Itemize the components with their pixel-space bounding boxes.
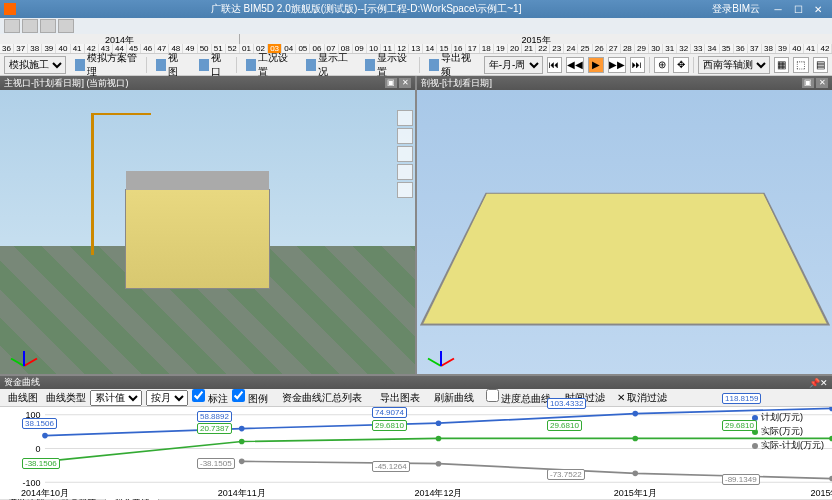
axis-gizmo[interactable] bbox=[8, 336, 38, 366]
data-label: 58.8892 bbox=[197, 411, 232, 422]
timeline-week-23[interactable]: 23 bbox=[550, 44, 564, 53]
svg-text:2014年11月: 2014年11月 bbox=[218, 488, 266, 498]
timeline-week-20[interactable]: 20 bbox=[508, 44, 522, 53]
vp-close-button[interactable]: ✕ bbox=[399, 78, 411, 88]
timeline-week-32[interactable]: 32 bbox=[677, 44, 691, 53]
menu-icon-2[interactable] bbox=[22, 19, 38, 33]
crane-model bbox=[91, 113, 94, 255]
data-label: 20.7387 bbox=[197, 423, 232, 434]
time-unit-select[interactable]: 年-月-周 bbox=[484, 56, 543, 74]
data-label: 118.8159 bbox=[722, 393, 761, 404]
svg-text:2015年1月: 2015年1月 bbox=[614, 488, 657, 498]
view-tool-3[interactable]: ▤ bbox=[813, 57, 828, 73]
timeline-week-31[interactable]: 31 bbox=[663, 44, 677, 53]
axis-gizmo-2[interactable] bbox=[425, 336, 455, 366]
timeline-week-38[interactable]: 38 bbox=[28, 44, 42, 53]
main-3d-canvas[interactable] bbox=[0, 90, 415, 374]
view-tool-2[interactable]: ⬚ bbox=[793, 57, 808, 73]
nav-tool-2[interactable]: ✥ bbox=[673, 57, 688, 73]
menu-icon-4[interactable] bbox=[58, 19, 74, 33]
view-tool-1[interactable]: ▦ bbox=[774, 57, 789, 73]
section-viewport-header: 剖视-[计划看日期] ▣ ✕ bbox=[417, 76, 832, 90]
fund-curve-chart[interactable]: 1000-1002014年10月2014年11月2014年12月2015年1月2… bbox=[0, 407, 832, 499]
legend-checkbox[interactable]: 图例 bbox=[232, 389, 268, 406]
axis-select[interactable]: 西南等轴测 bbox=[698, 56, 770, 74]
timeline-week-27[interactable]: 27 bbox=[607, 44, 621, 53]
maximize-button[interactable]: ☐ bbox=[788, 2, 808, 16]
data-label: 38.1506 bbox=[22, 418, 57, 429]
timeline-week-37[interactable]: 37 bbox=[14, 44, 28, 53]
timeline-week-25[interactable]: 25 bbox=[578, 44, 592, 53]
minimize-button[interactable]: ─ bbox=[768, 2, 788, 16]
prev-button[interactable]: ◀◀ bbox=[566, 57, 584, 73]
vp-tool-1[interactable] bbox=[397, 110, 413, 126]
export-icon bbox=[429, 59, 439, 71]
timeline-week-42[interactable]: 42 bbox=[818, 44, 832, 53]
chart-close-button[interactable]: ✕ bbox=[820, 378, 828, 388]
data-label: -73.7522 bbox=[547, 469, 585, 480]
annotate-checkbox[interactable]: 标注 bbox=[192, 389, 228, 406]
chart-type-btn[interactable]: 曲线图 bbox=[4, 390, 42, 406]
timeline-year-2015: 2015年 bbox=[240, 34, 832, 44]
chart-pin-button[interactable]: 📌 bbox=[809, 378, 820, 388]
chart-panel: 资金曲线 📌 ✕ 曲线图 曲线类型 累计值 按月 标注 图例 资金曲线汇总列表 … bbox=[0, 374, 832, 494]
next-button[interactable]: ▶▶ bbox=[608, 57, 626, 73]
timeline-week-18[interactable]: 18 bbox=[480, 44, 494, 53]
timeline-week-36[interactable]: 36 bbox=[734, 44, 748, 53]
data-label: -89.1349 bbox=[722, 474, 760, 485]
close-button[interactable]: ✕ bbox=[808, 2, 828, 16]
section-3d-canvas[interactable] bbox=[417, 90, 832, 374]
chart-legend: 计划(万元) 实际(万元) 实际-计划(万元) bbox=[752, 411, 824, 453]
vp-tool-5[interactable] bbox=[397, 182, 413, 198]
display-work-icon bbox=[306, 59, 316, 71]
timeline-week-36[interactable]: 36 bbox=[0, 44, 14, 53]
vp2-max-button[interactable]: ▣ bbox=[802, 78, 814, 88]
menu-icon-3[interactable] bbox=[40, 19, 56, 33]
timeline-week-41[interactable]: 41 bbox=[804, 44, 818, 53]
display-cfg-icon bbox=[365, 59, 375, 71]
cancel-filter-button[interactable]: ✕ 取消过滤 bbox=[613, 390, 671, 406]
data-label: 74.9074 bbox=[372, 407, 407, 418]
timeline-week-28[interactable]: 28 bbox=[621, 44, 635, 53]
vp2-close-button[interactable]: ✕ bbox=[816, 78, 828, 88]
menu-icon-1[interactable] bbox=[4, 19, 20, 33]
refresh-button[interactable]: 刷新曲线 bbox=[428, 390, 478, 406]
timeline-week-30[interactable]: 30 bbox=[649, 44, 663, 53]
timeline-week-19[interactable]: 19 bbox=[494, 44, 508, 53]
last-button[interactable]: ⏭ bbox=[630, 57, 645, 73]
timeline-week-24[interactable]: 24 bbox=[564, 44, 578, 53]
chart-type2-label: 曲线类型 bbox=[46, 391, 86, 405]
first-button[interactable]: ⏮ bbox=[547, 57, 562, 73]
timeline-week-33[interactable]: 33 bbox=[691, 44, 705, 53]
interval-select[interactable]: 按月 bbox=[146, 390, 188, 406]
cumul-select[interactable]: 累计值 bbox=[90, 390, 142, 406]
chart-toolbar: 曲线图 曲线类型 累计值 按月 标注 图例 资金曲线汇总列表 导出图表 刷新曲线… bbox=[0, 389, 832, 407]
summary-button[interactable]: 资金曲线汇总列表 bbox=[276, 390, 366, 406]
timeline-week-21[interactable]: 21 bbox=[522, 44, 536, 53]
timeline-week-22[interactable]: 22 bbox=[536, 44, 550, 53]
vp-tool-2[interactable] bbox=[397, 128, 413, 144]
floor-slab bbox=[419, 193, 829, 326]
timeline-week-40[interactable]: 40 bbox=[56, 44, 70, 53]
vp-tool-4[interactable] bbox=[397, 164, 413, 180]
timeline-week-39[interactable]: 39 bbox=[42, 44, 56, 53]
nav-tool-1[interactable]: ⊕ bbox=[654, 57, 669, 73]
main-viewport: 主视口-[计划看日期] (当前视口) ▣ ✕ bbox=[0, 76, 415, 374]
vp-tool-3[interactable] bbox=[397, 146, 413, 162]
legend-plan: 计划(万元) bbox=[761, 411, 803, 424]
progress-line-checkbox[interactable]: 进度总曲线 bbox=[486, 389, 552, 406]
timeline-week-34[interactable]: 34 bbox=[705, 44, 719, 53]
play-button[interactable]: ▶ bbox=[588, 57, 603, 73]
timeline-week-35[interactable]: 35 bbox=[720, 44, 734, 53]
timeline-week-40[interactable]: 40 bbox=[790, 44, 804, 53]
vp-max-button[interactable]: ▣ bbox=[385, 78, 397, 88]
mode-select[interactable]: 模拟施工 bbox=[4, 56, 66, 74]
login-link[interactable]: 登录BIM云 bbox=[712, 2, 760, 16]
timeline-week-29[interactable]: 29 bbox=[635, 44, 649, 53]
timeline-week-38[interactable]: 38 bbox=[762, 44, 776, 53]
timeline-week-37[interactable]: 37 bbox=[748, 44, 762, 53]
chart-panel-title: 资金曲线 bbox=[4, 376, 809, 389]
timeline-week-39[interactable]: 39 bbox=[776, 44, 790, 53]
export-chart-button[interactable]: 导出图表 bbox=[374, 390, 424, 406]
timeline-week-26[interactable]: 26 bbox=[593, 44, 607, 53]
